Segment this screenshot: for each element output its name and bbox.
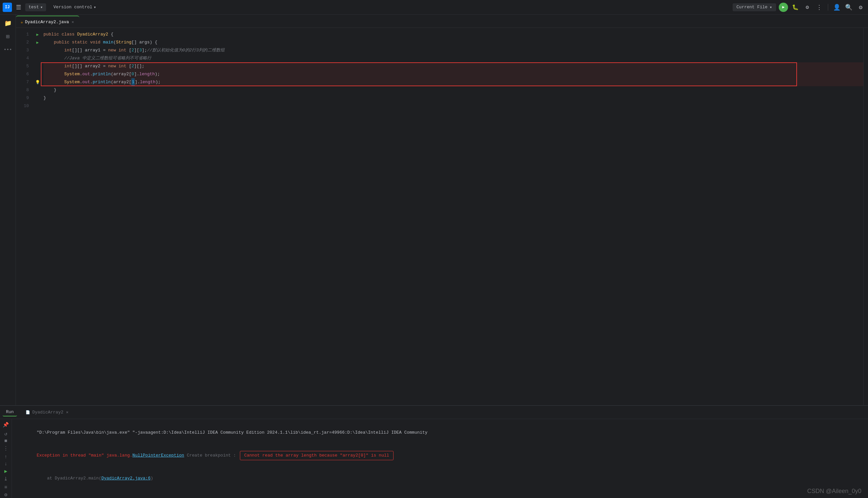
- output-line-1: "D:\Program Files\Java\bin\java.exe" "-j…: [16, 422, 864, 444]
- more-actions-button[interactable]: ⋮: [815, 3, 824, 12]
- tab-dyadicarray2[interactable]: ☕ DyadicArray2.java ✕: [16, 16, 79, 27]
- bottom-tab-close[interactable]: ✕: [65, 409, 69, 415]
- code-line-1: public class DyadicArray2 {: [43, 30, 863, 38]
- line-numbers: 1 2 3 4 5 6 7 8 9 10: [16, 28, 34, 405]
- dyadicarray2-tab-label: DyadicArray2: [32, 410, 63, 415]
- code-line-3: int[][] array1 = new int [2][3];//默认初始化值…: [43, 47, 863, 54]
- code-line-4: //Java 中定义二维数组可省略列不可省略行: [43, 54, 863, 62]
- stack-at-text: at DyadicArray2.main(: [37, 476, 101, 481]
- filter-icon[interactable]: ≡: [1, 485, 11, 490]
- code-line-7: System.out.println(array2[1].length);: [43, 78, 863, 86]
- debug-button[interactable]: 🐛: [791, 3, 800, 12]
- editor-area: ☕ DyadicArray2.java ✕ 1 2 3 4 5 6 7 8 9 …: [16, 15, 868, 405]
- run-gutter: ▶ ▶ 💡: [34, 28, 41, 405]
- hamburger-menu[interactable]: ☰: [16, 4, 21, 11]
- tab-bar: ☕ DyadicArray2.java ✕: [16, 15, 868, 28]
- bottom-output: "D:\Program Files\Java\bin\java.exe" "-j…: [12, 419, 868, 498]
- bottom-toolbar: 📌 ↺ ■ ⋮ ↑ ↓ ▶ ⤓ ≡ ⚙: [0, 419, 12, 498]
- vcs-arrow: ▾: [93, 5, 96, 10]
- run-config-label: Current File: [737, 5, 768, 10]
- more-icon[interactable]: ⋮: [1, 445, 11, 451]
- java-file-icon: ☕: [21, 19, 23, 25]
- settings-icon[interactable]: ⚙: [856, 3, 865, 12]
- rerun-icon[interactable]: ↺: [1, 431, 11, 437]
- exception-prefix: Exception in thread "main" java.lang.: [37, 453, 132, 458]
- code-line-10: [43, 102, 863, 110]
- output-line-5: Process finished with exit code 1: [16, 497, 864, 498]
- sidebar-item-folder[interactable]: 📁: [2, 17, 14, 29]
- settings-icon[interactable]: ⚙: [1, 492, 11, 498]
- project-arrow: ▾: [40, 5, 43, 10]
- project-selector[interactable]: test ▾: [25, 3, 46, 11]
- stack-link[interactable]: DyadicArray2.java:6: [101, 476, 150, 481]
- left-sidebar: 📁 ⊞ •••: [0, 15, 16, 405]
- code-line-9: }: [43, 94, 863, 102]
- vcs-menu[interactable]: Version control ▾: [50, 3, 100, 11]
- code-line-6: System.out.println(array2[0].length);: [43, 70, 863, 78]
- bulb-icon[interactable]: 💡: [35, 80, 40, 85]
- pin-icon[interactable]: 📌: [1, 422, 11, 428]
- output-line-3: at DyadicArray2.main(DyadicArray2.java:6…: [16, 468, 864, 489]
- code-content[interactable]: public class DyadicArray2 { public stati…: [41, 28, 863, 405]
- error-tooltip: Cannot read the array length because "ar…: [240, 451, 394, 460]
- right-scrollbar[interactable]: [863, 28, 868, 405]
- stack-close: ): [151, 476, 153, 481]
- stop-icon[interactable]: ■: [1, 438, 11, 444]
- project-label: test: [28, 5, 39, 10]
- scroll-end-icon[interactable]: ⤓: [1, 476, 11, 482]
- app-icon: IJ: [3, 3, 12, 12]
- output-line-4: [16, 489, 864, 497]
- code-line-8: }: [43, 86, 863, 94]
- top-bar-left: IJ ☰ test ▾ Version control ▾: [3, 3, 732, 12]
- run-line1-icon[interactable]: ▶: [36, 32, 38, 37]
- run-line2-icon[interactable]: ▶: [36, 40, 38, 45]
- bottom-panel: Run 📄 DyadicArray2 ✕ 📌 ↺ ■ ⋮ ↑ ↓ ▶ ⤓ ≡ ⚙: [0, 405, 868, 498]
- tab-close-button[interactable]: ✕: [71, 19, 75, 25]
- bottom-tab-run[interactable]: Run: [3, 408, 17, 417]
- run-config-arrow: ▾: [769, 5, 772, 10]
- profile-button[interactable]: ⚙: [803, 3, 812, 12]
- create-breakpoint-text: Create breakpoint :: [184, 453, 239, 458]
- output-line-2: Exception in thread "main" java.lang.Nul…: [16, 444, 864, 468]
- divider: [828, 4, 828, 11]
- top-bar: IJ ☰ test ▾ Version control ▾ Current Fi…: [0, 0, 868, 15]
- user-icon[interactable]: 👤: [832, 3, 841, 12]
- run-tab-label: Run: [6, 409, 14, 415]
- code-editor[interactable]: 1 2 3 4 5 6 7 8 9 10 ▶ ▶ 💡: [16, 28, 868, 405]
- code-line-5: int[][] array2 = new int [2][];: [43, 62, 863, 70]
- vcs-label: Version control: [53, 5, 92, 10]
- code-line-2: public static void main(String[] args) {: [43, 38, 863, 47]
- scroll-down-icon[interactable]: ↓: [1, 461, 11, 467]
- scroll-up-icon[interactable]: ↑: [1, 454, 11, 460]
- bottom-tab-bar: Run 📄 DyadicArray2 ✕: [0, 406, 868, 419]
- sidebar-item-structure[interactable]: ⊞: [2, 30, 14, 42]
- run-config-selector[interactable]: Current File ▾: [732, 3, 776, 11]
- search-icon[interactable]: 🔍: [844, 3, 853, 12]
- output-text-1: "D:\Program Files\Java\bin\java.exe" "-j…: [37, 430, 427, 435]
- run-button[interactable]: ▶: [779, 3, 788, 12]
- top-bar-right: Current File ▾ ▶ 🐛 ⚙ ⋮ 👤 🔍 ⚙: [732, 3, 865, 12]
- tab-label: DyadicArray2.java: [25, 19, 69, 25]
- bottom-content: 📌 ↺ ■ ⋮ ↑ ↓ ▶ ⤓ ≡ ⚙ "D:\Program Files\Ja…: [0, 419, 868, 498]
- bottom-tab-dyadicarray2[interactable]: 📄 DyadicArray2 ✕: [22, 408, 72, 417]
- main-layout: 📁 ⊞ ••• ☕ DyadicArray2.java ✕ 1 2 3 4 5 …: [0, 15, 868, 405]
- null-pointer-link[interactable]: NullPointerException: [132, 453, 184, 458]
- sidebar-item-more[interactable]: •••: [2, 44, 14, 56]
- run-icon[interactable]: ▶: [1, 468, 11, 474]
